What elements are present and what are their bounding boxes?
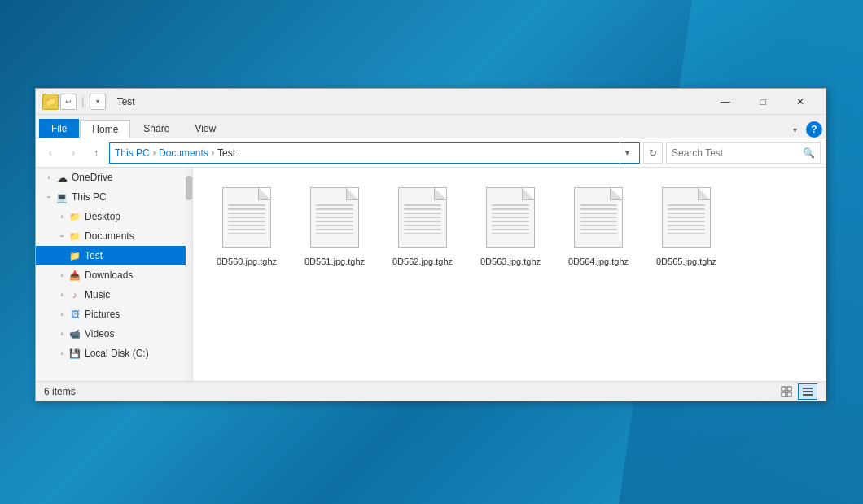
file-name: 0D565.jpg.tghz	[656, 256, 716, 267]
documents-label: Documents	[85, 230, 134, 242]
tab-home[interactable]: Home	[80, 120, 130, 138]
tab-share[interactable]: Share	[131, 119, 182, 138]
sidebar-item-local-disk[interactable]: › 💾 Local Disk (C:)	[36, 344, 192, 363]
file-icon	[482, 187, 539, 252]
doc-line-1	[404, 204, 441, 206]
file-item-0[interactable]: 0D560.jpg.tghz	[206, 181, 287, 274]
file-name: 0D563.jpg.tghz	[480, 256, 541, 267]
file-item-5[interactable]: 0D565.jpg.tghz	[646, 181, 727, 274]
videos-arrow: ›	[55, 324, 68, 344]
file-explorer-window: 📁 ↩ | ▾ Test — □ ✕ File Home Share View	[35, 88, 826, 401]
doc-line-4	[580, 217, 617, 218]
close-button[interactable]: ✕	[782, 89, 819, 115]
doc-line-1	[492, 204, 529, 206]
back-button[interactable]: ‹	[41, 143, 60, 163]
documents-arrow: ›	[52, 230, 72, 243]
forward-button[interactable]: ›	[64, 143, 83, 163]
up-button[interactable]: ↑	[86, 143, 106, 163]
svg-rect-6	[803, 394, 813, 396]
desktop-label: Desktop	[85, 211, 120, 222]
quick-access-undo-btn[interactable]: ↩	[60, 94, 77, 110]
list-view-icon	[802, 386, 813, 397]
doc-line-2	[228, 208, 265, 210]
doc-line-2	[668, 208, 705, 210]
help-button[interactable]: ?	[806, 121, 822, 138]
path-dropdown-button[interactable]: ▾	[620, 142, 634, 164]
doc-line-6	[316, 225, 353, 226]
document-lines	[580, 204, 617, 237]
file-name: 0D564.jpg.tghz	[568, 256, 629, 267]
file-item-1[interactable]: 0D561.jpg.tghz	[294, 181, 375, 274]
doc-line-8	[404, 233, 441, 234]
doc-line-4	[668, 217, 705, 218]
sidebar-item-videos[interactable]: › 📹 Videos	[36, 324, 192, 344]
doc-line-7	[316, 229, 353, 230]
document-lines	[668, 204, 705, 237]
sidebar-item-this-pc[interactable]: › 💻 This PC	[36, 187, 192, 207]
sidebar-item-downloads[interactable]: › 📥 Downloads	[36, 265, 192, 285]
sidebar-item-documents[interactable]: › 📁 Documents	[36, 226, 192, 246]
sidebar-item-music[interactable]: › ♪ Music	[36, 285, 192, 305]
desktop-arrow: ›	[55, 207, 68, 226]
onedrive-arrow: ›	[42, 168, 55, 187]
path-documents[interactable]: Documents	[159, 147, 208, 159]
file-name: 0D561.jpg.tghz	[304, 256, 365, 267]
doc-line-4	[316, 217, 353, 218]
doc-line-8	[492, 233, 529, 234]
address-path[interactable]: This PC › Documents › Test ▾	[109, 142, 640, 164]
doc-line-1	[316, 204, 353, 206]
sidebar-item-desktop[interactable]: › 📁 Desktop	[36, 207, 192, 226]
sidebar-item-onedrive[interactable]: › ☁ OneDrive	[36, 168, 192, 187]
search-input[interactable]	[672, 147, 799, 159]
file-icon	[218, 187, 275, 252]
quick-access-dropdown-btn[interactable]: ▾	[90, 94, 106, 110]
view-grid-button[interactable]	[777, 383, 796, 400]
path-test[interactable]: Test	[217, 147, 235, 159]
desktop-icon: 📁	[68, 210, 81, 223]
file-icon	[394, 187, 451, 252]
doc-line-7	[228, 229, 265, 230]
sidebar-item-test[interactable]: 📁 Test	[36, 246, 192, 265]
file-icon	[658, 187, 715, 252]
file-item-4[interactable]: 0D564.jpg.tghz	[558, 181, 639, 274]
path-this-pc[interactable]: This PC	[115, 147, 150, 159]
doc-line-8	[580, 233, 617, 234]
view-list-button[interactable]	[798, 383, 817, 400]
path-chevron-1: ›	[153, 148, 156, 157]
doc-line-4	[404, 217, 441, 218]
music-label: Music	[85, 289, 110, 300]
doc-line-1	[580, 204, 617, 206]
doc-line-1	[228, 204, 265, 206]
svg-rect-3	[787, 392, 791, 397]
sidebar-item-pictures[interactable]: › 🖼 Pictures	[36, 305, 192, 324]
doc-line-3	[316, 213, 353, 214]
sidebar-scrollbar[interactable]	[186, 168, 192, 381]
document-icon	[574, 187, 623, 248]
doc-line-1	[668, 204, 705, 206]
document-lines	[492, 204, 529, 237]
doc-line-7	[668, 229, 705, 230]
tab-view[interactable]: View	[182, 119, 228, 138]
path-segment: This PC › Documents › Test	[115, 147, 235, 159]
local-disk-arrow: ›	[55, 344, 68, 363]
document-lines	[316, 204, 353, 237]
test-label: Test	[85, 250, 103, 261]
file-name: 0D562.jpg.tghz	[392, 256, 453, 267]
doc-line-3	[492, 213, 529, 214]
doc-line-7	[404, 229, 441, 230]
doc-line-6	[580, 225, 617, 226]
document-lines	[404, 204, 441, 237]
tab-file[interactable]: File	[39, 119, 79, 138]
quick-access-toolbar: 📁 ↩ | ▾	[42, 94, 106, 110]
file-item-2[interactable]: 0D562.jpg.tghz	[382, 181, 463, 274]
quick-access-folder-icon: 📁	[42, 94, 59, 110]
music-arrow: ›	[55, 285, 68, 305]
ribbon-expand-button[interactable]: ▾	[786, 121, 803, 138]
file-item-3[interactable]: 0D563.jpg.tghz	[470, 181, 551, 274]
local-disk-label: Local Disk (C:)	[85, 348, 149, 359]
view-toggle	[777, 383, 817, 400]
doc-line-2	[580, 208, 617, 210]
minimize-button[interactable]: —	[707, 89, 744, 115]
maximize-button[interactable]: □	[744, 89, 782, 115]
refresh-button[interactable]: ↻	[643, 142, 663, 164]
